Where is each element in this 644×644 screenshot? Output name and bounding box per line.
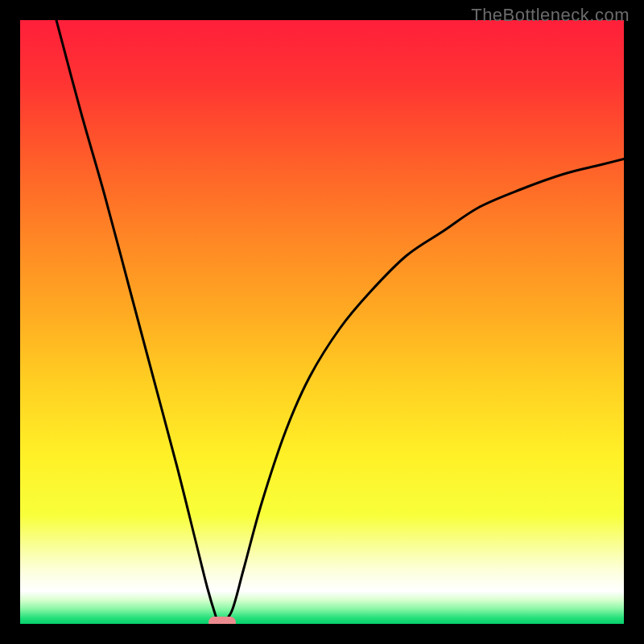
plot-frame: [20, 20, 624, 624]
bottleneck-curve: [20, 20, 624, 624]
minimum-marker: [208, 617, 236, 624]
watermark-text: TheBottleneck.com: [471, 5, 630, 26]
plot-area: [20, 20, 624, 624]
